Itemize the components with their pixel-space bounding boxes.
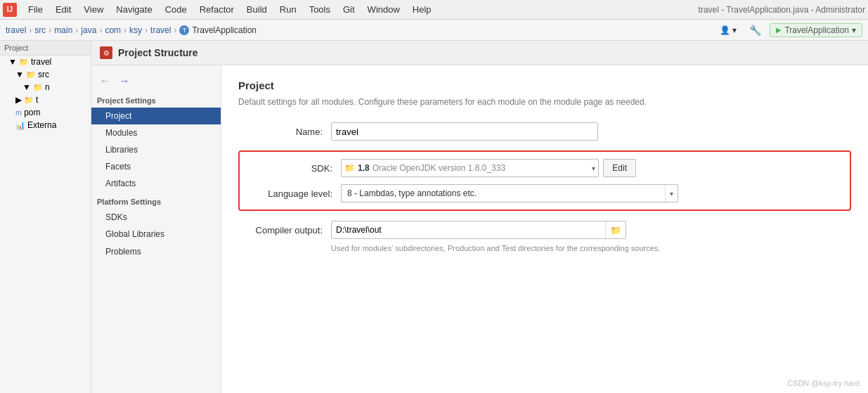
run-config-button[interactable]: ▶ TravelApplication ▾	[770, 23, 862, 37]
breadcrumb-ksy[interactable]: ksy	[129, 25, 142, 35]
tree-label-externa: Externa	[27, 120, 56, 130]
breadcrumb-sep-7: ›	[174, 25, 176, 35]
platform-settings-label: Platform Settings	[91, 192, 221, 209]
nav-libraries[interactable]: Libraries	[91, 141, 221, 158]
tree-label-n: n	[45, 82, 50, 92]
nav-problems[interactable]: Problems	[91, 243, 221, 260]
run-config-area: 👤 ▾ 🔧 ▶ TravelApplication ▾	[715, 23, 862, 37]
folder-icon-travel: 📁	[19, 58, 29, 67]
tree-item-n[interactable]: ▼ 📁 n	[0, 81, 91, 94]
menu-file[interactable]: File	[22, 3, 48, 16]
compiler-browse-icon[interactable]: 📁	[605, 221, 626, 238]
lang-dropdown-arrow: ▾	[665, 185, 678, 202]
xml-icon-pom: m	[15, 108, 22, 117]
menu-bar: IJ File Edit View Navigate Code Refactor…	[0, 0, 868, 20]
folder-icon-t: 📁	[24, 96, 34, 105]
folder-icon-n: 📁	[33, 83, 43, 92]
expand-icon: ▼	[8, 57, 17, 67]
tree-label-travel: travel	[31, 57, 51, 67]
lang-select-text: 8 - Lambdas, type annotations etc.	[342, 187, 665, 200]
run-config-label: TravelApplication	[784, 25, 849, 35]
menu-code[interactable]: Code	[160, 3, 193, 16]
name-input[interactable]	[331, 122, 598, 141]
dialog-header: ⚙ Project Structure	[91, 41, 868, 65]
nav-artifacts[interactable]: Artifacts	[91, 175, 221, 192]
dialog-content: Project Default settings for all modules…	[221, 65, 868, 393]
menu-tools[interactable]: Tools	[304, 3, 336, 16]
sdk-row: SDK: 📁 1.8 Oracle OpenJDK version 1.8.0_…	[248, 159, 841, 177]
project-structure-dialog: ⚙ Project Structure ← → Project Settings…	[91, 41, 868, 393]
nav-global-libraries[interactable]: Global Libraries	[91, 226, 221, 243]
menu-edit[interactable]: Edit	[50, 3, 77, 16]
content-description: Default settings for all modules. Config…	[238, 96, 851, 108]
nav-modules[interactable]: Modules	[91, 124, 221, 141]
compiler-input[interactable]	[332, 224, 605, 236]
tree-item-travel[interactable]: ▼ 📁 travel	[0, 56, 91, 68]
run-icon: ▶	[776, 26, 782, 34]
sdk-version: 1.8	[358, 163, 370, 173]
app-icon: IJ	[3, 3, 17, 17]
sdk-select[interactable]: 📁 1.8 Oracle OpenJDK version 1.8.0_333 ▾	[341, 159, 599, 177]
menu-help[interactable]: Help	[407, 3, 437, 16]
name-label: Name:	[238, 127, 323, 137]
dialog-body: ← → Project Settings Project Modules Lib…	[91, 65, 868, 393]
sdk-select-text: 📁 1.8 Oracle OpenJDK version 1.8.0_333	[344, 163, 505, 173]
nav-project[interactable]: Project	[91, 108, 221, 124]
tree-item-externa[interactable]: 📊 Externa	[0, 119, 91, 131]
dialog-nav: ← → Project Settings Project Modules Lib…	[91, 65, 221, 393]
person-button[interactable]: 👤 ▾	[715, 24, 741, 37]
back-arrow[interactable]: ←	[97, 74, 112, 88]
breadcrumb-class[interactable]: TravelApplication	[192, 25, 257, 35]
content-title: Project	[238, 79, 851, 91]
lang-row: Language level: 8 - Lambdas, type annota…	[248, 184, 841, 202]
nav-facets[interactable]: Facets	[91, 158, 221, 175]
breadcrumb-sep-1: ›	[29, 25, 32, 35]
breadcrumb-travel[interactable]: travel	[6, 25, 26, 35]
tree-label-t: t	[36, 95, 38, 105]
breadcrumb-com[interactable]: com	[105, 25, 121, 35]
menu-refactor[interactable]: Refactor	[194, 3, 240, 16]
breadcrumb-java[interactable]: java	[81, 25, 96, 35]
tree-label-src: src	[38, 70, 49, 79]
java-class-icon: T	[179, 25, 189, 35]
sdk-select-wrapper: 📁 1.8 Oracle OpenJDK version 1.8.0_333 ▾…	[341, 159, 636, 177]
compiler-row: Compiler output: 📁	[238, 221, 851, 239]
project-settings-label: Project Settings	[91, 94, 221, 108]
lib-icon: 📊	[15, 121, 25, 130]
tree-item-src[interactable]: ▼ 📁 src	[0, 68, 91, 81]
navigate-icon[interactable]: 🔧	[745, 23, 765, 37]
menu-navigate[interactable]: Navigate	[110, 3, 157, 16]
tree-item-t[interactable]: ▶ 📁 t	[0, 94, 91, 106]
breadcrumb-bar: travel › src › main › java › com › ksy ›…	[0, 20, 868, 41]
dialog-icon: ⚙	[100, 46, 112, 59]
sdk-edit-button[interactable]: Edit	[603, 159, 636, 177]
tree-label-pom: pom	[24, 108, 40, 117]
menu-git[interactable]: Git	[337, 3, 361, 16]
run-config-dropdown-icon: ▾	[852, 25, 856, 35]
breadcrumb-sep-4: ›	[99, 25, 102, 35]
menu-window[interactable]: Window	[362, 3, 406, 16]
tree-header: Project	[0, 41, 91, 56]
breadcrumb-sep-5: ›	[124, 25, 127, 35]
menu-run[interactable]: Run	[274, 3, 302, 16]
expand-icon-t: ▶	[15, 95, 22, 105]
compiler-label: Compiler output:	[238, 225, 323, 236]
sdk-dropdown-arrow: ▾	[592, 165, 595, 172]
sdk-label: SDK:	[248, 163, 332, 174]
lang-select[interactable]: 8 - Lambdas, type annotations etc. ▾	[341, 184, 678, 202]
breadcrumb-src[interactable]: src	[34, 25, 46, 35]
menu-build[interactable]: Build	[241, 3, 273, 16]
main-layout: Project ▼ 📁 travel ▼ 📁 src ▼ 📁 n ▶ 📁 t m…	[0, 41, 868, 393]
breadcrumb-travel2[interactable]: travel	[150, 25, 171, 35]
fwd-arrow[interactable]: →	[117, 74, 132, 88]
highlighted-settings-box: SDK: 📁 1.8 Oracle OpenJDK version 1.8.0_…	[238, 150, 851, 211]
tree-item-pom[interactable]: m pom	[0, 106, 91, 119]
watermark: CSDN @ksy-try hard	[787, 379, 860, 387]
breadcrumb-sep-3: ›	[75, 25, 78, 35]
nav-sdks[interactable]: SDKs	[91, 209, 221, 226]
sdk-description: Oracle OpenJDK version 1.8.0_333	[373, 163, 505, 173]
menu-view[interactable]: View	[78, 3, 109, 16]
sdk-folder-icon: 📁	[344, 163, 355, 173]
breadcrumb-main[interactable]: main	[54, 25, 72, 35]
expand-icon-src: ▼	[15, 70, 24, 79]
